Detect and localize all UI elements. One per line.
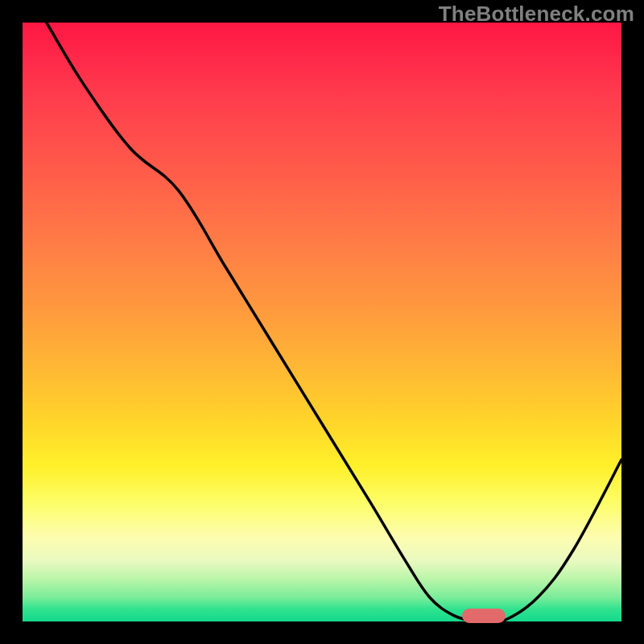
- optimal-marker: [462, 609, 506, 623]
- bottleneck-curve: [23, 23, 621, 621]
- plot-area: [23, 23, 621, 621]
- chart-frame: TheBottleneck.com: [0, 0, 644, 644]
